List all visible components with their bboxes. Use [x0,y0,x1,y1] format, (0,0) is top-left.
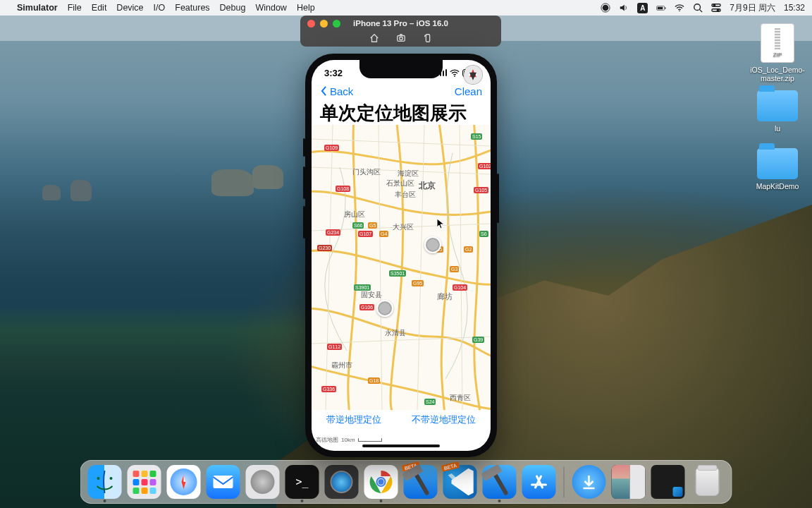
desktop-file-label: iOS_Loc_Demo-master.zip [749,66,806,83]
desktop-folder-lu[interactable]: lu [749,90,806,133]
dock-app-safari[interactable] [167,465,201,499]
map-label-haidian: 海淀区 [398,169,419,179]
clean-button[interactable]: Clean [455,85,482,97]
svg-point-0 [603,5,609,11]
folder-icon [757,148,798,179]
route-g39: G39 [472,337,484,343]
dock-app-launchpad[interactable] [128,465,161,499]
window-minimize-button[interactable] [320,20,328,28]
menu-device[interactable]: Device [116,3,143,13]
volume-icon[interactable] [619,3,629,13]
map-label-fangshan: 房山区 [344,210,365,219]
dock-app-xcode[interactable] [483,465,517,499]
menu-window[interactable]: Window [255,3,286,13]
svg-point-16 [97,477,100,480]
svg-point-6 [694,4,701,11]
input-source-badge[interactable]: A [637,3,648,13]
sim-rotate-icon[interactable] [423,33,433,45]
phone-side-button [497,174,499,223]
map-label-fengtai: 丰台区 [395,190,416,200]
dock-app-xcode-beta[interactable]: BETA [404,465,438,499]
route-g108: G108 [336,186,350,192]
wifi-icon [450,69,460,77]
route-g3: G3 [450,266,459,272]
desktop-folder-label: MapKitDemo [749,182,806,190]
phone-mute-switch [303,138,305,157]
wallpaper-rock [211,169,254,196]
locate-without-regeocode-button[interactable]: 不带逆地理定位 [412,413,476,426]
menu-edit[interactable]: Edit [92,3,107,13]
menu-features[interactable]: Features [175,3,209,13]
spotlight-icon[interactable] [693,3,703,13]
map-pin[interactable] [376,300,393,317]
map-label-beijing: 北京 [419,180,436,192]
route-g4: G4 [379,231,388,237]
wallpaper-rock [252,165,283,189]
macos-menubar: Simulator File Edit Device I/O Features … [0,0,812,16]
back-button[interactable]: Back [320,85,353,97]
menubar-appname[interactable]: Simulator [17,3,58,13]
menu-help[interactable]: Help [297,3,315,13]
menubar-time[interactable]: 15:32 [784,3,805,13]
simulator-toolbar [300,31,501,47]
mouse-cursor [436,218,445,232]
iphone-screen[interactable]: 3:32 Back Clean 单次定位地图展示 [312,60,491,451]
back-label: Back [330,85,353,97]
route-g102: G102 [478,163,491,169]
menu-io[interactable]: I/O [154,3,166,13]
route-s66: S66 [352,222,364,229]
svg-marker-19 [184,475,186,482]
map-scale-bar [358,438,382,442]
route-g230: G230 [317,245,332,251]
map-label-yongqing: 永清县 [385,328,406,338]
battery-icon[interactable] [656,3,666,13]
zip-icon [761,23,794,63]
window-close-button[interactable] [307,20,315,28]
svg-point-24 [379,479,384,485]
map-provider: 高德地图 [316,436,338,444]
route-g18: G18 [368,377,380,384]
svg-point-17 [110,477,113,480]
route-g107: G107 [358,231,373,237]
map-pin[interactable] [424,236,441,253]
locate-with-regeocode-button[interactable]: 带逆地理定位 [326,413,381,426]
menubar-date[interactable]: 7月9日 周六 [730,2,775,14]
dock-app-vscode-insiders[interactable]: BETA [443,465,477,499]
svg-point-5 [679,11,680,12]
wifi-icon[interactable] [675,3,684,13]
window-zoom-button[interactable] [333,20,340,28]
bottom-toolbar: 带逆地理定位 不带逆地理定位 [312,410,491,430]
route-g104: G104 [453,284,467,291]
svg-rect-13 [426,34,429,42]
desktop-file-zip[interactable]: iOS_Loc_Demo-master.zip [749,23,806,83]
dock-app-finder[interactable] [88,465,122,499]
dock-trash[interactable] [691,465,725,499]
simulator-window[interactable]: iPhone 13 Pro – iOS 16.0 [300,16,501,47]
control-center-icon[interactable] [711,3,721,13]
sim-screenshot-icon[interactable] [396,33,406,45]
route-g336: G336 [321,386,336,392]
dock-app-appstore[interactable] [522,465,556,499]
simulator-titlebar[interactable]: iPhone 13 Pro – iOS 16.0 [300,16,501,31]
dock-app-settings[interactable] [246,465,280,499]
ios-nav-bar: Back Clean [312,83,491,99]
dock-app-quicktime[interactable] [325,465,359,499]
dock-app-chrome[interactable] [364,465,398,499]
dock-app-mail[interactable] [207,465,240,499]
route-g234: G234 [326,229,340,236]
dock-minimized-window[interactable] [651,465,685,499]
dock-downloads-stack[interactable] [572,465,606,499]
dock-app-terminal[interactable]: >_ [285,465,319,499]
sim-home-icon[interactable] [369,33,379,45]
menu-file[interactable]: File [68,3,82,13]
map-view[interactable]: 北京 海淀区 石景山区 丰台区 门头沟区 房山区 大兴区 廊坊 固安县 永清县 … [312,125,491,411]
desktop-folder-mapkitdemo[interactable]: MapKitDemo [749,148,806,190]
menu-debug[interactable]: Debug [220,3,246,13]
route-s6: S6 [479,231,488,237]
screenrecord-icon[interactable] [601,3,610,13]
svg-rect-3 [658,6,663,9]
map-label-langfang: 廊坊 [437,291,453,302]
map-label-guan: 固安县 [361,290,382,300]
dock-minimized-window[interactable] [612,465,646,499]
home-indicator[interactable] [362,445,440,447]
